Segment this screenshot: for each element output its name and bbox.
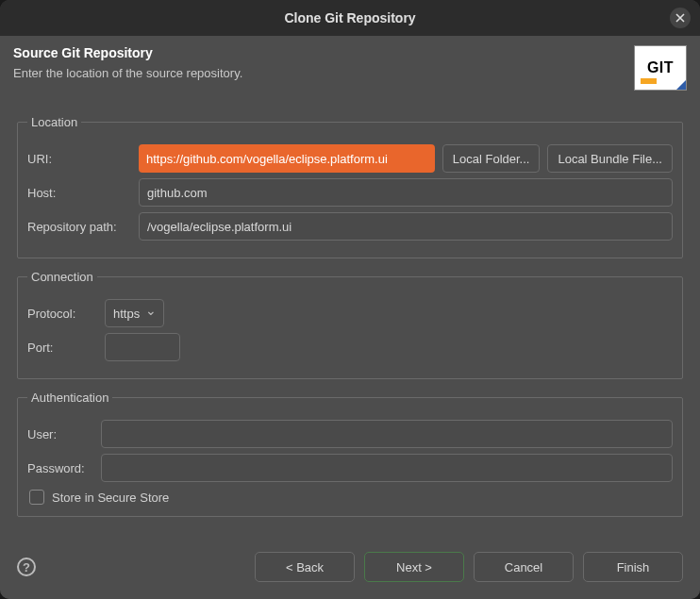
close-icon (675, 13, 685, 23)
window-title: Clone Git Repository (284, 10, 415, 25)
help-icon[interactable]: ? (17, 557, 36, 576)
connection-group: Connection Protocol: https Port: (17, 270, 683, 379)
header-title: Source Git Repository (13, 45, 634, 60)
store-secure-row: Store in Secure Store (27, 490, 673, 505)
user-input[interactable] (101, 420, 673, 448)
dialog-content: Location URI: https://github.com/vogella… (0, 104, 700, 539)
password-label: Password: (27, 461, 93, 475)
repo-path-label: Repository path: (27, 220, 131, 234)
host-row: Host: (27, 178, 673, 207)
authentication-legend: Authentication (27, 391, 112, 405)
local-bundle-file-button[interactable]: Local Bundle File... (547, 144, 673, 173)
password-input[interactable] (101, 454, 673, 482)
next-button[interactable]: Next > (364, 552, 464, 582)
uri-input[interactable]: https://github.com/vogella/eclipse.platf… (139, 144, 435, 173)
host-label: Host: (27, 186, 131, 200)
finish-button[interactable]: Finish (583, 552, 683, 582)
store-secure-label: Store in Secure Store (52, 491, 169, 505)
host-input[interactable] (139, 178, 673, 207)
dialog-footer: ? < Back Next > Cancel Finish (0, 539, 700, 599)
header-text: Source Git Repository Enter the location… (13, 45, 634, 80)
connection-legend: Connection (27, 270, 97, 284)
header-subtitle: Enter the location of the source reposit… (13, 66, 634, 80)
dialog-header: Source Git Repository Enter the location… (0, 36, 700, 104)
close-button[interactable] (670, 8, 691, 28)
cancel-button[interactable]: Cancel (474, 552, 574, 582)
uri-label: URI: (27, 152, 131, 166)
port-row: Port: (27, 333, 673, 361)
user-label: User: (27, 427, 93, 441)
git-logo-icon: GIT (634, 45, 687, 91)
authentication-group: Authentication User: Password: Store in … (17, 391, 683, 517)
uri-row: URI: https://github.com/vogella/eclipse.… (27, 144, 673, 173)
back-button[interactable]: < Back (255, 552, 355, 582)
location-group: Location URI: https://github.com/vogella… (17, 115, 683, 258)
store-secure-checkbox[interactable] (29, 490, 44, 505)
wizard-buttons: < Back Next > Cancel Finish (255, 552, 683, 582)
password-row: Password: (27, 454, 673, 482)
protocol-row: Protocol: https (27, 299, 673, 327)
location-legend: Location (27, 115, 81, 129)
titlebar: Clone Git Repository (0, 0, 700, 36)
protocol-select-wrap: https (105, 299, 164, 327)
local-folder-button[interactable]: Local Folder... (442, 144, 541, 173)
port-label: Port: (27, 341, 97, 355)
repo-path-row: Repository path: (27, 212, 673, 241)
user-row: User: (27, 420, 673, 448)
protocol-label: Protocol: (27, 307, 97, 321)
port-input[interactable] (105, 333, 180, 361)
protocol-select[interactable]: https (105, 299, 164, 327)
clone-git-dialog: Clone Git Repository Source Git Reposito… (0, 0, 700, 599)
repo-path-input[interactable] (139, 212, 673, 241)
